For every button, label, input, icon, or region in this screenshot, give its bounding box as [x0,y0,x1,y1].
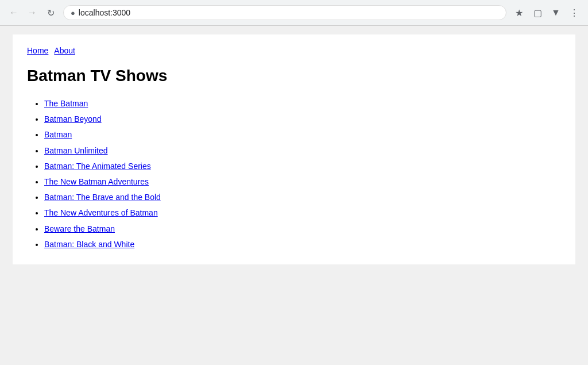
show-link[interactable]: Batman [44,130,72,139]
show-link[interactable]: Batman: Black and White [44,240,134,249]
address-bar: ● [63,5,506,20]
menu-button[interactable]: ⋮ [566,5,582,21]
reload-button[interactable]: ↻ [42,5,59,21]
show-link[interactable]: Batman Unlimited [44,146,108,155]
list-item: Batman: The Animated Series [44,159,561,174]
show-link[interactable]: Batman: The Brave and the Bold [44,193,161,202]
nav-links: Home About [27,46,561,55]
extension-button[interactable]: ▼ [548,5,564,21]
forward-button[interactable]: → [24,5,40,21]
list-item: Batman [44,128,561,142]
show-link[interactable]: Batman Beyond [44,114,102,124]
lock-icon: ● [71,9,75,17]
url-input[interactable] [79,8,499,17]
show-link[interactable]: The New Batman Adventures [44,177,149,186]
list-item: The New Adventures of Batman [44,206,561,220]
list-item: Batman: The Brave and the Bold [44,190,561,205]
show-link[interactable]: The Batman [44,99,88,108]
page-title: Batman TV Shows [27,67,561,85]
list-item: Beware the Batman [44,222,561,236]
about-link[interactable]: About [54,46,75,55]
nav-buttons: ← → ↻ [6,5,59,21]
list-item: Batman Beyond [44,112,561,126]
screenshot-button[interactable]: ▢ [529,5,546,21]
show-list: The BatmanBatman BeyondBatmanBatman Unli… [27,97,561,252]
page-content: Home About Batman TV Shows The BatmanBat… [13,34,575,264]
browser-chrome: ← → ↻ ● ★ ▢ ▼ ⋮ [0,0,588,26]
list-item: Batman Unlimited [44,144,561,158]
list-item: Batman: Black and White [44,237,561,252]
show-link[interactable]: Batman: The Animated Series [44,162,151,171]
back-button[interactable]: ← [6,5,22,21]
toolbar-actions: ★ ▢ ▼ ⋮ [511,5,582,21]
home-link[interactable]: Home [27,46,48,55]
show-link[interactable]: The New Adventures of Batman [44,208,158,217]
browser-toolbar: ← → ↻ ● ★ ▢ ▼ ⋮ [0,0,588,25]
list-item: The Batman [44,97,561,111]
bookmark-button[interactable]: ★ [511,5,527,21]
show-link[interactable]: Beware the Batman [44,224,115,233]
list-item: The New Batman Adventures [44,175,561,189]
